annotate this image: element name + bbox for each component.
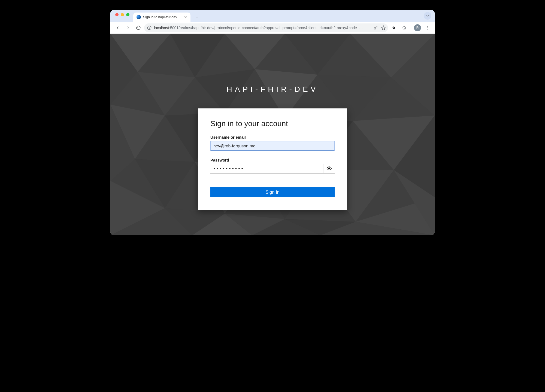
svg-point-8 xyxy=(427,27,428,28)
svg-point-7 xyxy=(427,26,428,27)
address-bar[interactable]: localhost:5001/realms/hapi-fhir-dev/prot… xyxy=(144,23,388,32)
svg-marker-4 xyxy=(382,26,386,30)
url-path: :5001/realms/hapi-fhir-dev/protocol/open… xyxy=(169,26,363,30)
tab-list-menu-button[interactable] xyxy=(424,12,431,20)
signin-button[interactable]: Sign In xyxy=(210,187,335,197)
svg-point-3 xyxy=(374,28,376,29)
tab-title: Sign in to hapi-fhir-dev xyxy=(143,15,181,19)
window-controls xyxy=(115,10,129,22)
svg-point-6 xyxy=(393,27,393,28)
password-key-icon[interactable] xyxy=(373,25,378,30)
window-zoom-button[interactable] xyxy=(126,13,129,16)
new-tab-button[interactable]: + xyxy=(193,13,201,21)
password-label: Password xyxy=(210,158,335,162)
browser-menu-button[interactable] xyxy=(423,23,432,32)
avatar-initial: R xyxy=(416,26,419,30)
username-label: Username or email xyxy=(210,135,335,139)
browser-window: Sign in to hapi-fhir-dev ✕ + localhost:5… xyxy=(110,10,435,235)
extension-icon[interactable] xyxy=(389,23,398,32)
window-minimize-button[interactable] xyxy=(121,13,124,16)
username-input[interactable] xyxy=(210,141,335,151)
extensions-puzzle-icon[interactable] xyxy=(399,23,409,32)
card-heading: Sign in to your account xyxy=(210,119,335,128)
site-info-icon[interactable] xyxy=(147,25,152,30)
password-input[interactable] xyxy=(210,164,323,174)
eye-icon xyxy=(326,166,332,172)
password-field-group: Password xyxy=(210,158,335,174)
profile-avatar[interactable]: R xyxy=(414,24,421,31)
tab-close-button[interactable]: ✕ xyxy=(183,15,188,19)
toolbar-separator xyxy=(411,25,411,31)
address-bar-url: localhost:5001/realms/hapi-fhir-dev/prot… xyxy=(154,26,371,30)
window-close-button[interactable] xyxy=(115,13,119,16)
login-page: HAPI-FHIR-DEV Sign in to your account Us… xyxy=(110,34,435,235)
login-card: Sign in to your account Username or emai… xyxy=(198,108,347,210)
svg-point-9 xyxy=(427,29,428,29)
tab-strip: Sign in to hapi-fhir-dev ✕ + xyxy=(110,10,435,22)
browser-tab[interactable]: Sign in to hapi-fhir-dev ✕ xyxy=(133,13,190,22)
nav-reload-button[interactable] xyxy=(134,23,143,32)
svg-point-43 xyxy=(328,168,330,169)
realm-title: HAPI-FHIR-DEV xyxy=(227,85,319,94)
show-password-button[interactable] xyxy=(323,164,335,174)
username-field-group: Username or email xyxy=(210,135,335,151)
url-host: localhost xyxy=(154,26,169,30)
nav-back-button[interactable] xyxy=(113,23,122,32)
tab-favicon xyxy=(137,15,141,19)
browser-toolbar: localhost:5001/realms/hapi-fhir-dev/prot… xyxy=(110,22,435,34)
nav-forward-button[interactable] xyxy=(123,23,133,32)
bookmark-star-icon[interactable] xyxy=(381,25,386,30)
svg-point-5 xyxy=(393,26,395,29)
page-viewport: HAPI-FHIR-DEV Sign in to your account Us… xyxy=(110,34,435,235)
